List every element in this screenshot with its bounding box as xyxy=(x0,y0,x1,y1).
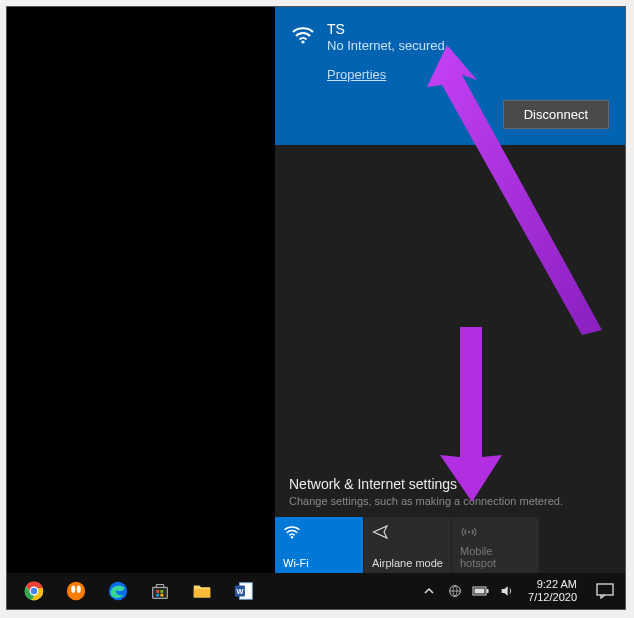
globe-icon xyxy=(447,583,463,599)
svg-rect-14 xyxy=(156,594,159,597)
network-settings-link[interactable]: Network & Internet settings Change setti… xyxy=(275,468,625,517)
wifi-icon xyxy=(291,23,315,47)
word-icon: W xyxy=(233,580,255,602)
airplane-mode-tile[interactable]: Airplane mode xyxy=(363,517,451,573)
svg-rect-21 xyxy=(487,589,489,593)
svg-point-2 xyxy=(468,531,470,533)
quick-action-tiles: Wi-Fi Airplane mode Mo xyxy=(275,517,625,573)
disconnect-button[interactable]: Disconnect xyxy=(503,100,609,129)
network-status: No Internet, secured xyxy=(327,38,445,53)
svg-rect-13 xyxy=(160,590,163,593)
uc-browser-taskbar-icon[interactable] xyxy=(55,573,97,609)
tray-volume-icon[interactable] xyxy=(494,573,520,609)
chevron-up-icon xyxy=(423,585,435,597)
file-explorer-taskbar-icon[interactable] xyxy=(181,573,223,609)
battery-icon xyxy=(472,585,490,597)
tray-network-icon[interactable] xyxy=(442,573,468,609)
chrome-icon xyxy=(23,580,45,602)
uc-icon xyxy=(65,580,87,602)
settings-subtext: Change settings, such as making a connec… xyxy=(289,495,611,507)
wifi-tile-label: Wi-Fi xyxy=(283,557,355,569)
wifi-tile[interactable]: Wi-Fi xyxy=(275,517,363,573)
wifi-icon xyxy=(283,523,301,541)
svg-point-0 xyxy=(301,40,304,43)
svg-text:W: W xyxy=(236,587,243,596)
word-taskbar-icon[interactable]: W xyxy=(223,573,265,609)
edge-taskbar-icon[interactable] xyxy=(97,573,139,609)
network-flyout: TS No Internet, secured Properties Disco… xyxy=(275,7,625,573)
chrome-taskbar-icon[interactable] xyxy=(13,573,55,609)
edge-icon xyxy=(107,580,129,602)
svg-point-8 xyxy=(67,582,85,600)
taskbar-clock[interactable]: 9:22 AM 7/12/2020 xyxy=(520,578,585,604)
speaker-icon xyxy=(499,583,515,599)
mobile-hotspot-tile[interactable]: Mobile hotspot xyxy=(451,517,539,573)
tray-overflow-chevron[interactable] xyxy=(416,573,442,609)
settings-heading: Network & Internet settings xyxy=(289,476,611,492)
svg-rect-22 xyxy=(475,589,485,594)
svg-rect-15 xyxy=(160,594,163,597)
svg-rect-23 xyxy=(597,584,613,595)
store-taskbar-icon[interactable] xyxy=(139,573,181,609)
action-center-button[interactable] xyxy=(585,573,625,609)
svg-point-10 xyxy=(77,586,81,593)
hotspot-icon xyxy=(460,523,478,541)
taskbar: W xyxy=(7,573,625,609)
clock-date: 7/12/2020 xyxy=(528,591,577,604)
airplane-icon xyxy=(372,523,390,541)
svg-rect-12 xyxy=(156,590,159,593)
properties-link[interactable]: Properties xyxy=(327,67,386,82)
notification-icon xyxy=(596,583,614,599)
folder-icon xyxy=(191,580,213,602)
clock-time: 9:22 AM xyxy=(528,578,577,591)
svg-point-1 xyxy=(291,536,293,538)
svg-point-9 xyxy=(71,586,75,593)
airplane-tile-label: Airplane mode xyxy=(372,557,443,569)
hotspot-tile-label: Mobile hotspot xyxy=(460,545,531,569)
desktop-background: TS No Internet, secured Properties Disco… xyxy=(7,7,625,573)
store-icon xyxy=(149,580,171,602)
network-name: TS xyxy=(327,21,445,37)
tray-battery-icon[interactable] xyxy=(468,573,494,609)
connected-network-item[interactable]: TS No Internet, secured Properties Disco… xyxy=(275,7,625,145)
